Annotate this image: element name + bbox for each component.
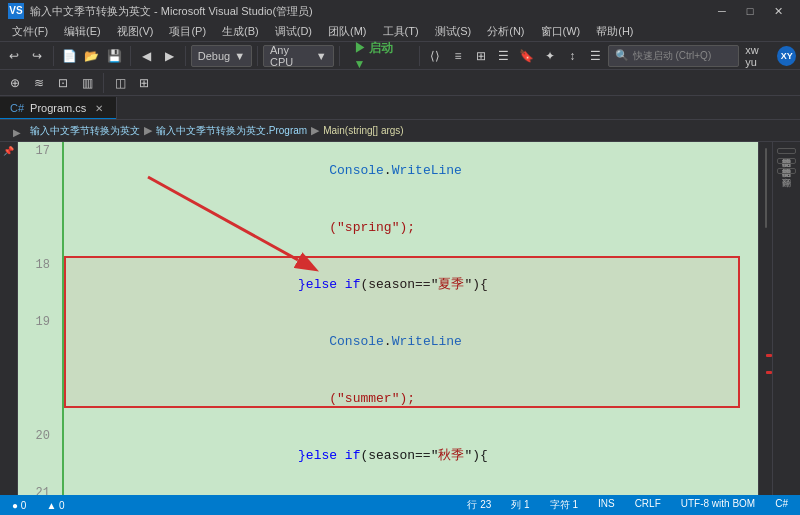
tb2-btn6[interactable]: ⊞ xyxy=(133,72,155,94)
status-lang[interactable]: C# xyxy=(771,498,792,512)
tb2-btn5[interactable]: ◫ xyxy=(109,72,131,94)
code-line-20: 20 }else if(season=="秋季"){ xyxy=(18,427,758,484)
line-17a-content: Console.WriteLine xyxy=(60,142,758,199)
save-button[interactable]: 💾 xyxy=(104,45,125,67)
panel-label-1[interactable]: 辅助功能提示 xyxy=(777,148,796,154)
menu-tools[interactable]: 工具(T) xyxy=(375,22,427,42)
status-crlf[interactable]: CRLF xyxy=(631,498,665,512)
toolbar-btn-misc6[interactable]: ↕ xyxy=(562,45,583,67)
menu-help[interactable]: 帮助(H) xyxy=(588,22,641,42)
tb2-btn3[interactable]: ⊡ xyxy=(52,72,74,94)
user-name: xw yu xyxy=(745,44,771,68)
menu-debug[interactable]: 调试(D) xyxy=(267,22,320,42)
scrollbar[interactable] xyxy=(758,142,772,495)
toolbar-btn-misc3[interactable]: ⊞ xyxy=(471,45,492,67)
toolbar-btn-misc4[interactable]: ☰ xyxy=(493,45,514,67)
bookmark-button[interactable]: 🔖 xyxy=(516,45,537,67)
menu-edit[interactable]: 编辑(E) xyxy=(56,22,109,42)
line-19a-content: Console.WriteLine xyxy=(60,313,758,370)
toolbar-sep-6 xyxy=(419,46,420,66)
search-placeholder: 快速启动 (Ctrl+Q) xyxy=(633,49,712,63)
activity-pin[interactable]: 📌 xyxy=(3,146,14,156)
quick-launch-search[interactable]: 🔍 快速启动 (Ctrl+Q) xyxy=(608,45,740,67)
scroll-thumb[interactable] xyxy=(765,148,767,228)
debug-config-label: Debug xyxy=(198,50,230,62)
line-18-content: }else if(season=="夏季"){ xyxy=(60,256,758,313)
toolbar-btn-misc2[interactable]: ≡ xyxy=(448,45,469,67)
tb2-btn4[interactable]: ▥ xyxy=(76,72,98,94)
menu-team[interactable]: 团队(M) xyxy=(320,22,375,42)
toolbar-sep-1 xyxy=(53,46,54,66)
cpu-arrow: ▼ xyxy=(316,50,327,62)
status-right: 行 23 列 1 字符 1 INS CRLF UTF-8 with BOM C# xyxy=(463,498,792,512)
window-title: 输入中文季节转换为英文 - Microsoft Visual Studio(管理… xyxy=(30,4,708,19)
open-button[interactable]: 📂 xyxy=(81,45,102,67)
code-content: 17 Console.WriteLine 17 ("spring"); xyxy=(18,142,758,495)
code-line-21a: 21 Console.WriteLine xyxy=(18,484,758,495)
tb2-btn2[interactable]: ≋ xyxy=(28,72,50,94)
debug-config-dropdown[interactable]: Debug ▼ xyxy=(191,45,252,67)
start-button[interactable]: ▶ 启动 ▼ xyxy=(345,45,414,67)
forward-button[interactable]: ▶ xyxy=(159,45,180,67)
line-num-17: 17 xyxy=(18,142,60,161)
menu-window[interactable]: 窗口(W) xyxy=(533,22,589,42)
breadcrumb-collapse-icon[interactable]: ▶ xyxy=(13,127,21,138)
menu-analyze[interactable]: 分析(N) xyxy=(479,22,532,42)
status-bar: ● 0 ▲ 0 行 23 列 1 字符 1 INS CRLF UTF-8 wit… xyxy=(0,495,800,515)
toolbar-right: 🔍 快速启动 (Ctrl+Q) xw yu XY xyxy=(608,44,796,68)
menu-file[interactable]: 文件(F) xyxy=(4,22,56,42)
line-num-19b: 19 xyxy=(18,370,60,389)
search-icon: 🔍 xyxy=(615,49,629,62)
menu-build[interactable]: 生成(B) xyxy=(214,22,267,42)
tab-close-button[interactable]: ✕ xyxy=(92,101,106,115)
status-char[interactable]: 字符 1 xyxy=(546,498,582,512)
panel-label-2[interactable]: 辅助功能提示 xyxy=(777,158,796,164)
toolbar-btn-misc7[interactable]: ☰ xyxy=(585,45,606,67)
minimize-button[interactable]: ─ xyxy=(708,0,736,22)
toolbar-sep-4 xyxy=(257,46,258,66)
right-panel: 辅助功能提示 辅助功能提示 翻译 xyxy=(772,142,800,495)
main-toolbar: ↩ ↪ 📄 📂 💾 ◀ ▶ Debug ▼ Any CPU ▼ ▶ 启动 ▼ ⟨… xyxy=(0,42,800,70)
menu-test[interactable]: 测试(S) xyxy=(427,22,480,42)
redo-button[interactable]: ↪ xyxy=(27,45,48,67)
editor-wrapper: 17 Console.WriteLine 17 ("spring"); xyxy=(18,142,758,495)
tb2-sep xyxy=(103,73,104,93)
code-editor[interactable]: 17 Console.WriteLine 17 ("spring"); xyxy=(18,142,758,495)
breadcrumb-method[interactable]: Main(string[] args) xyxy=(323,125,404,136)
new-file-button[interactable]: 📄 xyxy=(59,45,80,67)
status-line[interactable]: 行 23 xyxy=(463,498,495,512)
toolbar-btn-misc1[interactable]: ⟨⟩ xyxy=(425,45,446,67)
line-20-content: }else if(season=="秋季"){ xyxy=(60,427,758,484)
breadcrumb-file[interactable]: 输入中文季节转换为英文 xyxy=(30,124,140,138)
close-button[interactable]: ✕ xyxy=(764,0,792,22)
tab-program-cs[interactable]: C# Program.cs ✕ xyxy=(0,97,117,119)
tb2-btn1[interactable]: ⊕ xyxy=(4,72,26,94)
breadcrumb-bar: ▶ 输入中文季节转换为英文 ▶ 输入中文季节转换为英文.Program ▶ Ma… xyxy=(0,120,800,142)
code-line-17b: 17 ("spring"); xyxy=(18,199,758,256)
vs-icon: VS xyxy=(8,3,24,19)
undo-button[interactable]: ↩ xyxy=(4,45,25,67)
maximize-button[interactable]: □ xyxy=(736,0,764,22)
toolbar-btn-misc5[interactable]: ✦ xyxy=(539,45,560,67)
status-warnings[interactable]: ▲ 0 xyxy=(42,500,68,511)
panel-label-3[interactable]: 翻译 xyxy=(777,168,796,174)
line-19b-content: ("summer"); xyxy=(60,370,758,427)
tab-label: Program.cs xyxy=(30,102,86,114)
status-ins[interactable]: INS xyxy=(594,498,619,512)
breadcrumb-namespace[interactable]: 输入中文季节转换为英文.Program xyxy=(156,124,307,138)
menu-view[interactable]: 视图(V) xyxy=(109,22,162,42)
menu-project[interactable]: 项目(P) xyxy=(161,22,214,42)
file-icon: C# xyxy=(10,102,24,114)
toolbar-sep-5 xyxy=(339,46,340,66)
line-21a-content: Console.WriteLine xyxy=(60,484,758,495)
scroll-marker-2 xyxy=(766,371,772,374)
debug-config-arrow: ▼ xyxy=(234,50,245,62)
status-encoding[interactable]: UTF-8 with BOM xyxy=(677,498,759,512)
back-button[interactable]: ◀ xyxy=(136,45,157,67)
code-line-17a: 17 Console.WriteLine xyxy=(18,142,758,199)
line-num-18: 18 xyxy=(18,256,60,275)
cpu-dropdown[interactable]: Any CPU ▼ xyxy=(263,45,334,67)
status-col[interactable]: 列 1 xyxy=(507,498,533,512)
status-errors[interactable]: ● 0 xyxy=(8,500,30,511)
user-avatar[interactable]: XY xyxy=(777,46,796,66)
